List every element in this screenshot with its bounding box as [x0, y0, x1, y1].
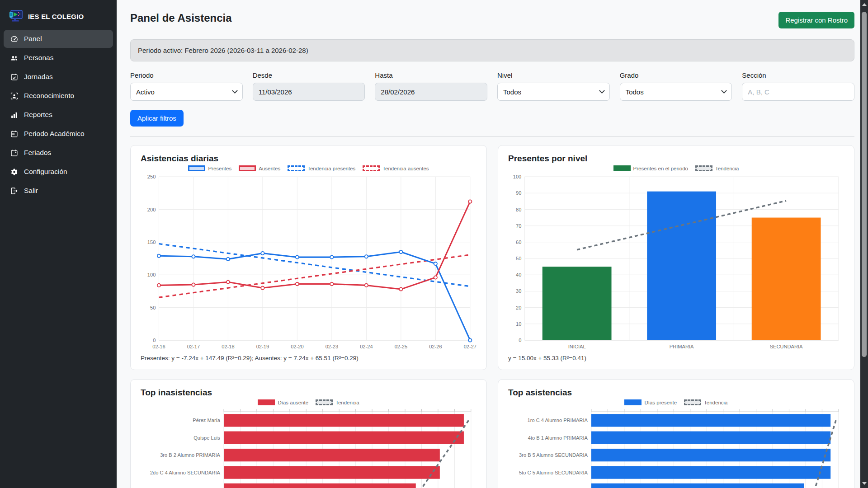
svg-text:100: 100 — [513, 174, 522, 179]
svg-text:Quispe Luis: Quispe Luis — [193, 435, 220, 441]
line-chart: 05010015020025002-1602-1702-1802-1902-20… — [141, 173, 476, 352]
chart-legend: Días ausenteTendencia — [141, 399, 476, 405]
svg-text:02-20: 02-20 — [291, 344, 303, 349]
svg-text:02-25: 02-25 — [395, 344, 407, 349]
nivel-label: Nivel — [497, 71, 610, 79]
calendar-icon — [10, 149, 18, 157]
register-face-button[interactable]: Registrar con Rostro — [778, 12, 854, 28]
chart-footer: y = 15.00x + 55.33 (R²=0.41) — [508, 355, 844, 361]
sidebar-item-feriados[interactable]: Feriados — [4, 144, 113, 162]
svg-text:02-24: 02-24 — [360, 344, 373, 349]
calendar-range-icon — [10, 130, 18, 138]
svg-text:80: 80 — [516, 207, 521, 212]
legend-item: Presentes — [188, 165, 231, 171]
svg-text:02-26: 02-26 — [429, 344, 442, 349]
filter-desde: Desde — [253, 71, 365, 101]
vertical-scrollbar[interactable] — [860, 0, 868, 488]
bar-chart: 0102030405060708090100INICIALPRIMARIASEC… — [508, 173, 844, 352]
hbar-chart: Pérez MaríaQuispe Luis3ro B 2 Alumno PRI… — [141, 407, 476, 488]
sidebar-item-personas[interactable]: Personas — [4, 49, 113, 67]
nivel-select[interactable]: Todos — [497, 83, 610, 101]
svg-text:02-19: 02-19 — [256, 344, 269, 349]
card-top-inasistencias: Top inasistencias Días ausenteTendencia … — [130, 379, 487, 488]
chevron-down-icon — [232, 88, 238, 94]
hasta-input[interactable] — [375, 83, 487, 101]
svg-text:90: 90 — [516, 190, 521, 196]
divider — [130, 136, 854, 137]
svg-text:5to C 5 Alumno SECUNDARIA: 5to C 5 Alumno SECUNDARIA — [519, 470, 588, 475]
filter-periodo: Periodo Activo — [130, 71, 243, 101]
filter-seccion: Sección — [742, 71, 854, 101]
svg-text:INICIAL: INICIAL — [568, 344, 586, 349]
svg-text:150: 150 — [147, 239, 156, 245]
legend-item: Tendencia presentes — [288, 165, 355, 171]
svg-text:60: 60 — [516, 239, 521, 245]
grado-select[interactable]: Todos — [620, 83, 732, 101]
scroll-down-arrow-icon[interactable] — [860, 480, 868, 487]
calendar-check-icon — [10, 73, 18, 81]
card-asistencias-diarias: Asistencias diarias PresentesAusentesTen… — [130, 145, 487, 370]
filter-grado: Grado Todos — [620, 71, 732, 101]
filter-hasta: Hasta — [375, 71, 487, 101]
charts-row-1: Asistencias diarias PresentesAusentesTen… — [130, 145, 854, 370]
sidebar-item-jornadas[interactable]: Jornadas — [4, 68, 113, 86]
periodo-select[interactable]: Activo — [130, 83, 243, 101]
svg-text:2do C 4 Alumno SECUNDARIA: 2do C 4 Alumno SECUNDARIA — [150, 470, 221, 475]
svg-text:02-17: 02-17 — [187, 344, 200, 349]
face-scan-icon — [10, 92, 18, 100]
brand-name: IES EL COLEGIO — [28, 13, 84, 20]
svg-text:02-27: 02-27 — [464, 344, 476, 349]
svg-text:02-18: 02-18 — [222, 344, 234, 349]
legend-item: Tendencia — [684, 399, 727, 405]
chart-title: Top asistencias — [508, 388, 844, 398]
sidebar-item-salir[interactable]: Salir — [4, 182, 113, 200]
sidebar-item-reconocimiento[interactable]: Reconocimiento — [4, 87, 113, 105]
sidebar-item-periodo-academico[interactable]: Periodo Académico — [4, 125, 113, 143]
chevron-down-icon — [599, 88, 605, 94]
chart-footer: Presentes: y = -7.24x + 147.49 (R²=0.29)… — [141, 355, 476, 361]
legend-item: Presentes en el periodo — [613, 165, 688, 171]
brand: IES EL COLEGIO — [4, 6, 113, 30]
scroll-up-arrow-icon[interactable] — [860, 1, 868, 8]
desde-input[interactable] — [253, 83, 365, 101]
gear-icon — [10, 168, 18, 176]
filter-bar: Periodo Activo Desde Hasta Nivel Todos G… — [130, 71, 854, 101]
sidebar: IES EL COLEGIO PanelPersonasJornadasReco… — [0, 0, 117, 488]
svg-text:0: 0 — [153, 338, 156, 343]
filter-nivel: Nivel Todos — [497, 71, 610, 101]
legend-item: Tendencia — [316, 399, 359, 405]
svg-text:10: 10 — [516, 321, 521, 327]
svg-text:30: 30 — [516, 288, 521, 294]
svg-text:100: 100 — [147, 272, 156, 277]
periodo-label: Periodo — [130, 71, 243, 79]
chart-legend: PresentesAusentesTendencia presentesTend… — [141, 165, 476, 171]
svg-text:200: 200 — [147, 207, 156, 212]
sidebar-nav: PanelPersonasJornadasReconocimientoRepor… — [4, 30, 113, 200]
svg-text:4to B 1 Alumno PRIMARIA: 4to B 1 Alumno PRIMARIA — [528, 435, 588, 441]
sidebar-item-configuracion[interactable]: Configuración — [4, 163, 113, 181]
legend-item: Ausentes — [239, 165, 280, 171]
scrollbar-thumb[interactable] — [862, 12, 867, 357]
chart-title: Presentes por nivel — [508, 154, 844, 164]
bar-chart-icon — [10, 111, 18, 119]
svg-text:02-23: 02-23 — [326, 344, 338, 349]
sidebar-item-panel[interactable]: Panel — [4, 30, 113, 48]
desde-label: Desde — [253, 71, 365, 79]
chart-legend: Presentes en el periodoTendencia — [508, 165, 844, 171]
legend-item: Días presente — [624, 399, 677, 405]
hasta-label: Hasta — [375, 71, 487, 79]
charts-row-2: Top inasistencias Días ausenteTendencia … — [130, 379, 854, 488]
chart-legend: Días presenteTendencia — [508, 399, 844, 405]
svg-text:40: 40 — [516, 272, 521, 277]
svg-text:250: 250 — [147, 174, 156, 179]
sidebar-item-reportes[interactable]: Reportes — [4, 106, 113, 124]
card-presentes-por-nivel: Presentes por nivel Presentes en el peri… — [498, 145, 854, 370]
seccion-label: Sección — [742, 71, 854, 79]
svg-text:02-16: 02-16 — [152, 344, 165, 349]
svg-text:20: 20 — [516, 305, 521, 310]
seccion-input[interactable] — [742, 83, 854, 101]
people-icon — [10, 54, 18, 62]
apply-filters-button[interactable]: Aplicar filtros — [130, 110, 184, 127]
legend-item: Días ausente — [258, 399, 308, 405]
svg-text:3ro B 5 Alumno SECUNDARIA: 3ro B 5 Alumno SECUNDARIA — [519, 452, 588, 458]
